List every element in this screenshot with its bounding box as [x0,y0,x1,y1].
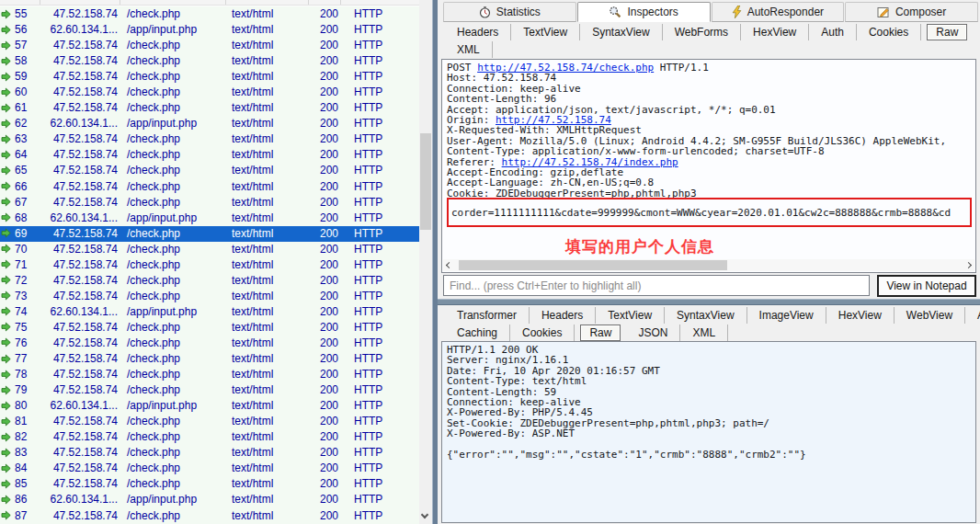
response-tabs-row1: TransformerHeadersTextViewSyntaxViewImag… [445,306,980,324]
request-arrow-icon [1,290,11,301]
subtab-json[interactable]: JSON [973,24,980,40]
subtab-json[interactable]: JSON [626,325,680,341]
request-arrow-icon [1,40,11,51]
subtab-headers[interactable]: Headers [445,24,511,40]
session-row[interactable]: 5662.60.134.1.../app/input.phptext/html2… [0,22,419,38]
session-row[interactable]: 6147.52.158.74/check.phptext/html200HTTP [0,100,419,116]
request-arrow-icon [1,134,11,144]
scrollbar-right-arrow-icon[interactable] [965,261,972,268]
subtab-textview[interactable]: TextView [596,307,665,324]
session-row[interactable]: 7347.52.158.74/check.phptext/html200HTTP [0,289,419,304]
session-row[interactable]: 5547.52.158.74/check.phptext/html200HTTP [0,6,419,22]
request-arrow-icon [1,228,11,238]
session-row[interactable]: 7247.52.158.74/check.phptext/html200HTTP [0,273,419,289]
subtab-transformer[interactable]: Transformer [445,307,530,324]
request-arrow-icon [1,510,11,520]
session-row[interactable]: 7547.52.158.74/check.phptext/html200HTTP [0,320,419,336]
request-arrow-icon [1,197,11,207]
find-input[interactable] [443,275,870,296]
subtab-xml[interactable]: XML [445,41,493,58]
subtab-webview[interactable]: WebView [895,307,965,324]
scrollbar-left-arrow-icon[interactable] [446,261,452,268]
session-row[interactable]: 6862.60.134.1.../app/input.phptext/html2… [0,211,419,226]
response-raw-pane: HTTP/1.1 200 OKServer: nginx/1.16.1Date:… [441,341,976,523]
session-row[interactable]: 6262.60.134.1.../app/input.phptext/html2… [0,116,419,131]
request-arrow-icon [1,103,11,113]
session-row[interactable]: 6047.52.158.74/check.phptext/html200HTTP [0,85,419,100]
subtab-raw[interactable]: Raw [580,325,621,341]
session-row[interactable]: 5847.52.158.74/check.phptext/html200HTTP [0,53,419,69]
tab-autoresponder[interactable]: AutoResponder [712,2,845,22]
session-row[interactable]: 6547.52.158.74/check.phptext/html200HTTP [0,163,419,178]
session-row[interactable]: 6647.52.158.74/check.phptext/html200HTTP [0,179,419,195]
session-row[interactable]: 8447.52.158.74/check.phptext/html200HTTP [0,461,419,476]
session-row[interactable]: 8247.52.158.74/check.phptext/html200HTTP [0,429,419,445]
session-row[interactable]: 7462.60.134.1.../app/input.phptext/html2… [0,304,419,320]
request-arrow-icon [1,244,11,254]
session-row[interactable]: 8747.52.158.74/check.phptext/html200HTTP [0,508,419,524]
session-row[interactable]: 8547.52.158.74/check.phptext/html200HTTP [0,476,419,492]
session-row[interactable]: 7647.52.158.74/check.phptext/html200HTTP [0,336,419,351]
session-row[interactable]: 5947.52.158.74/check.phptext/html200HTTP [0,69,419,85]
request-arrow-icon [1,87,11,97]
session-row[interactable]: 8147.52.158.74/check.phptext/html200HTTP [0,414,419,429]
session-row[interactable]: 7947.52.158.74/check.phptext/html200HTTP [0,382,419,398]
subtab-auth[interactable]: Auth [965,307,980,324]
tab-inspectors[interactable]: Inspectors [577,2,711,22]
subtab-imageview[interactable]: ImageView [747,307,826,324]
request-arrow-icon [1,9,11,19]
find-bar: View in Notepad [441,275,976,297]
session-row[interactable]: 7747.52.158.74/check.phptext/html200HTTP [0,351,419,367]
request-arrow-icon [1,495,11,505]
session-list-column-header[interactable] [0,0,419,6]
subtab-cookies[interactable]: Cookies [510,325,575,341]
session-row[interactable]: 8062.60.134.1.../app/input.phptext/html2… [0,398,419,414]
request-arrow-icon [1,165,11,176]
request-arrow-icon [1,119,11,129]
session-row[interactable]: 8662.60.134.1.../app/input.phptext/html2… [0,492,419,507]
session-list[interactable]: 5547.52.158.74/check.phptext/html200HTTP… [0,6,419,524]
session-row[interactable]: 7047.52.158.74/check.phptext/html200HTTP [0,242,419,257]
scrollbar-thumb[interactable] [459,260,727,270]
request-horizontal-scrollbar[interactable] [443,259,974,271]
scrollbar-down-arrow-icon[interactable] [421,511,428,518]
session-row[interactable]: 6347.52.158.74/check.phptext/html200HTTP [0,131,419,147]
tab-statistics[interactable]: Statistics [443,2,576,22]
subtab-webforms[interactable]: WebForms [663,24,741,40]
request-arrow-icon [1,56,11,66]
session-row[interactable]: 5747.52.158.74/check.phptext/html200HTTP [0,38,419,53]
request-response-splitter[interactable] [438,299,980,305]
session-row[interactable]: 6747.52.158.74/check.phptext/html200HTTP [0,195,419,211]
tab-composer[interactable]: Composer [845,2,978,22]
session-row[interactable]: 6947.52.158.74/check.phptext/html200HTTP [0,226,419,242]
subtab-headers[interactable]: Headers [530,307,596,324]
annotation-text: 填写的用户个人信息 [525,236,755,257]
clock-icon [479,6,491,18]
magnifier-icon [609,6,621,18]
compose-icon [877,6,890,18]
subtab-caching[interactable]: Caching [445,325,510,341]
request-arrow-icon [1,385,11,395]
subtab-textview[interactable]: TextView [511,24,580,40]
session-row[interactable]: 8347.52.158.74/check.phptext/html200HTTP [0,445,419,461]
request-arrow-icon [1,416,11,427]
lightning-icon [732,6,742,18]
session-row[interactable]: 7847.52.158.74/check.phptext/html200HTTP [0,367,419,382]
subtab-cookies[interactable]: Cookies [857,24,921,40]
session-row[interactable]: 6447.52.158.74/check.phptext/html200HTTP [0,147,419,163]
request-arrow-icon [1,25,11,35]
subtab-xml[interactable]: XML [680,325,728,341]
subtab-syntaxview[interactable]: SyntaxView [580,24,662,40]
subtab-raw[interactable]: Raw [927,24,967,40]
session-list-scrollbar[interactable] [419,0,432,524]
subtab-hexview[interactable]: HexView [741,24,809,40]
scrollbar-thumb[interactable] [420,133,431,230]
subtab-auth[interactable]: Auth [809,24,857,40]
request-arrow-icon [1,448,11,458]
session-row[interactable]: 7147.52.158.74/check.phptext/html200HTTP [0,257,419,273]
request-arrow-icon [1,401,11,411]
request-arrow-icon [1,463,11,473]
subtab-syntaxview[interactable]: SyntaxView [665,307,746,324]
view-in-notepad-button[interactable]: View in Notepad [877,275,976,297]
subtab-hexview[interactable]: HexView [826,307,895,324]
